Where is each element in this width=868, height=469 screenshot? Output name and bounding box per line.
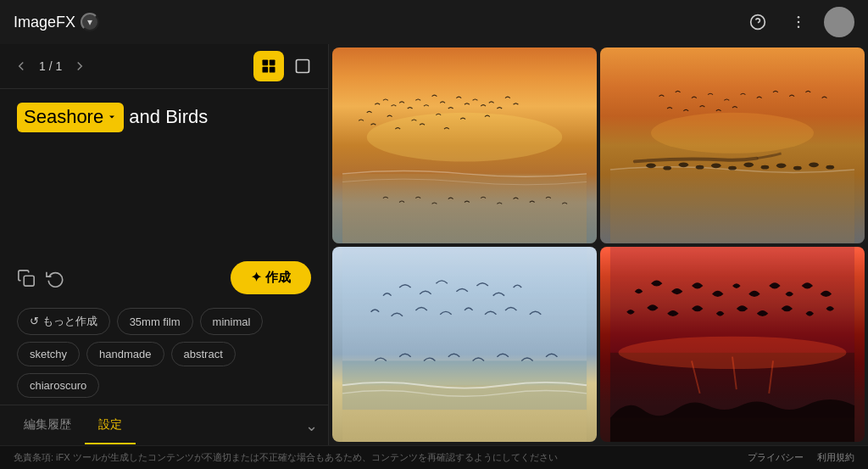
action-icons: [17, 269, 64, 288]
left-panel: 1 / 1: [0, 44, 329, 445]
footer: 免責条項: iFX ツールが生成したコンテンツが不適切または不正確な場合もあるた…: [0, 445, 868, 469]
chip-minimal[interactable]: minimal: [200, 308, 264, 335]
prompt-rest: and Birds: [129, 106, 208, 127]
svg-rect-29: [342, 385, 587, 442]
svg-rect-8: [270, 67, 275, 73]
chip-abstract[interactable]: abstract: [171, 342, 236, 366]
header-right: [743, 7, 854, 37]
footer-disclaimer: 免責条項: iFX ツールが生成したコンテンツが不適切または不正確な場合もあるた…: [14, 451, 558, 464]
grid-view-button[interactable]: [253, 51, 284, 81]
svg-rect-27: [342, 247, 587, 360]
svg-point-26: [826, 165, 834, 170]
tab-label: 設定: [98, 417, 122, 431]
svg-point-13: [651, 113, 814, 154]
chip-label: sketchy: [30, 348, 67, 360]
chip-label: 35mm film: [130, 315, 181, 328]
more-options-button[interactable]: [783, 7, 814, 37]
chip-35mm[interactable]: 35mm film: [117, 308, 193, 335]
chip-label: ↺ もっと作成: [30, 314, 97, 329]
svg-rect-28: [342, 360, 587, 410]
water-overlay-1: [332, 175, 597, 243]
view-toggle: [253, 51, 318, 81]
svg-point-3: [798, 21, 800, 24]
actions-bar: ✦ 作成: [0, 254, 328, 301]
copy-button[interactable]: [17, 269, 36, 288]
privacy-link[interactable]: プライバシー: [748, 451, 804, 464]
pagination-bar: 1 / 1: [0, 44, 328, 89]
main-layout: 1 / 1: [0, 44, 868, 445]
dropdown-arrow-icon: ▾: [87, 16, 92, 28]
svg-point-18: [696, 165, 704, 170]
svg-point-17: [679, 162, 689, 167]
birds-overlay-4: [600, 247, 865, 443]
svg-point-21: [743, 162, 754, 167]
svg-point-20: [728, 166, 737, 170]
chip-label: abstract: [184, 348, 223, 360]
prev-page-button[interactable]: [10, 55, 32, 77]
svg-point-11: [367, 113, 563, 162]
footer-links: プライバシー 利用規約: [748, 451, 854, 464]
pagination-controls: 1 / 1: [10, 55, 91, 77]
svg-point-23: [776, 163, 787, 168]
svg-point-16: [663, 166, 671, 170]
chip-label: chiaroscuro: [30, 379, 86, 392]
svg-rect-5: [263, 60, 269, 66]
app-dropdown-button[interactable]: ▾: [81, 13, 99, 31]
svg-point-24: [793, 166, 802, 170]
svg-point-4: [798, 26, 800, 29]
image-cell-4[interactable]: [600, 247, 865, 443]
svg-rect-31: [610, 352, 854, 417]
tab-settings[interactable]: 設定: [85, 407, 136, 444]
prompt-area: Seashore and Birds: [0, 89, 328, 254]
more-styles-chip[interactable]: ↺ もっと作成: [17, 308, 110, 335]
tabs: 編集履歴 設定: [10, 407, 136, 444]
tab-chevron-icon[interactable]: ⌄: [305, 416, 318, 435]
tab-label: 編集履歴: [24, 417, 71, 431]
water-overlay-2: [600, 175, 865, 243]
svg-point-2: [798, 16, 800, 19]
prompt-text: Seashore and Birds: [17, 103, 311, 132]
image-cell-3[interactable]: [332, 247, 597, 443]
svg-rect-6: [270, 60, 275, 66]
svg-point-32: [619, 336, 847, 368]
svg-point-19: [711, 163, 721, 168]
chip-label: minimal: [213, 315, 251, 328]
prompt-keyword: Seashore: [24, 104, 103, 131]
image-grid: [329, 44, 868, 445]
help-button[interactable]: [743, 7, 773, 37]
tab-edit-history[interactable]: 編集履歴: [10, 407, 85, 444]
image-cell-1[interactable]: [332, 47, 597, 243]
chip-chiaroscuro[interactable]: chiaroscuro: [17, 373, 99, 398]
single-view-button[interactable]: [287, 51, 318, 81]
next-page-button[interactable]: [69, 55, 91, 77]
header: ImageFX ▾: [0, 0, 868, 44]
dropdown-icon: [107, 112, 117, 122]
terms-link[interactable]: 利用規約: [817, 451, 854, 464]
image-cell-2[interactable]: [600, 47, 865, 243]
svg-point-15: [646, 163, 656, 168]
svg-rect-10: [24, 276, 34, 286]
svg-rect-30: [610, 247, 854, 353]
app-title: ImageFX: [14, 14, 75, 31]
prompt-highlight[interactable]: Seashore: [17, 103, 124, 132]
refresh-button[interactable]: [46, 269, 64, 288]
avatar[interactable]: [824, 7, 854, 37]
birds-overlay-3: [332, 247, 597, 443]
header-left: ImageFX ▾: [14, 13, 99, 31]
chip-label: handmade: [99, 348, 151, 360]
svg-point-25: [809, 162, 819, 167]
svg-rect-9: [297, 60, 309, 73]
svg-point-22: [761, 165, 770, 170]
svg-rect-7: [263, 67, 269, 73]
page-indicator: 1 / 1: [39, 59, 62, 73]
tabs-bar: 編集履歴 設定 ⌄: [0, 405, 328, 445]
chip-sketchy[interactable]: sketchy: [17, 342, 80, 366]
chip-handmade[interactable]: handmade: [86, 342, 164, 366]
create-button[interactable]: ✦ 作成: [231, 261, 311, 294]
style-chips: ↺ もっと作成 35mm film minimal sketchy handma…: [0, 301, 328, 405]
